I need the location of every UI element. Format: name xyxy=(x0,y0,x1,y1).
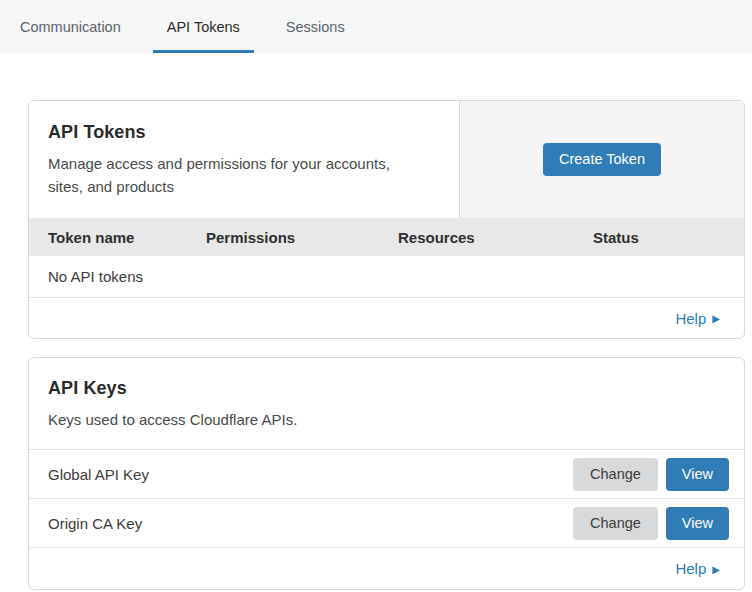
tokens-empty-state-text: No API tokens xyxy=(48,268,143,285)
api-keys-card-header: API Keys Keys used to access Cloudflare … xyxy=(29,358,744,450)
column-header-resources: Resources xyxy=(398,229,593,246)
create-token-button[interactable]: Create Token xyxy=(543,143,661,176)
key-row-global-api-key: Global API Key Change View xyxy=(29,450,744,499)
origin-ca-key-change-button[interactable]: Change xyxy=(573,507,658,540)
tab-sessions[interactable]: Sessions xyxy=(272,0,359,53)
api-keys-description: Keys used to access Cloudflare APIs. xyxy=(48,408,428,431)
api-keys-help-link[interactable]: Help ▶ xyxy=(675,560,720,577)
api-tokens-card-header: API Tokens Manage access and permissions… xyxy=(29,101,744,218)
origin-ca-key-view-button[interactable]: View xyxy=(666,507,729,540)
api-keys-card: API Keys Keys used to access Cloudflare … xyxy=(28,357,745,590)
api-tokens-help-link[interactable]: Help ▶ xyxy=(675,310,720,327)
tab-sessions-label: Sessions xyxy=(286,19,345,35)
tokens-empty-state-row: No API tokens xyxy=(29,256,744,298)
global-api-key-change-button[interactable]: Change xyxy=(573,458,658,491)
api-tokens-title: API Tokens xyxy=(48,122,435,143)
key-label-origin-ca-key: Origin CA Key xyxy=(48,515,573,532)
global-api-key-view-button[interactable]: View xyxy=(666,458,729,491)
key-label-global-api-key: Global API Key xyxy=(48,466,573,483)
api-tokens-header-text: API Tokens Manage access and permissions… xyxy=(29,101,460,218)
tab-communication[interactable]: Communication xyxy=(6,0,135,53)
tokens-table-header: Token name Permissions Resources Status xyxy=(29,218,744,256)
tab-api-tokens[interactable]: API Tokens xyxy=(153,0,254,53)
api-keys-card-footer: Help ▶ xyxy=(29,548,744,589)
api-tokens-help-label: Help xyxy=(675,310,706,327)
api-tokens-card-footer: Help ▶ xyxy=(29,298,744,338)
tab-api-tokens-label: API Tokens xyxy=(167,19,240,35)
column-header-status: Status xyxy=(593,229,744,246)
api-tokens-card: API Tokens Manage access and permissions… xyxy=(28,100,745,339)
api-keys-help-label: Help xyxy=(675,560,706,577)
column-header-permissions: Permissions xyxy=(206,229,398,246)
api-keys-title: API Keys xyxy=(48,378,720,399)
tab-bar: Communication API Tokens Sessions xyxy=(0,0,752,53)
help-arrow-icon: ▶ xyxy=(712,313,720,324)
api-tokens-description: Manage access and permissions for your a… xyxy=(48,152,428,199)
api-tokens-header-action-panel: Create Token xyxy=(460,101,744,218)
help-arrow-icon: ▶ xyxy=(712,564,720,575)
column-header-token-name: Token name xyxy=(48,229,206,246)
key-row-origin-ca-key: Origin CA Key Change View xyxy=(29,499,744,548)
tab-communication-label: Communication xyxy=(20,19,121,35)
